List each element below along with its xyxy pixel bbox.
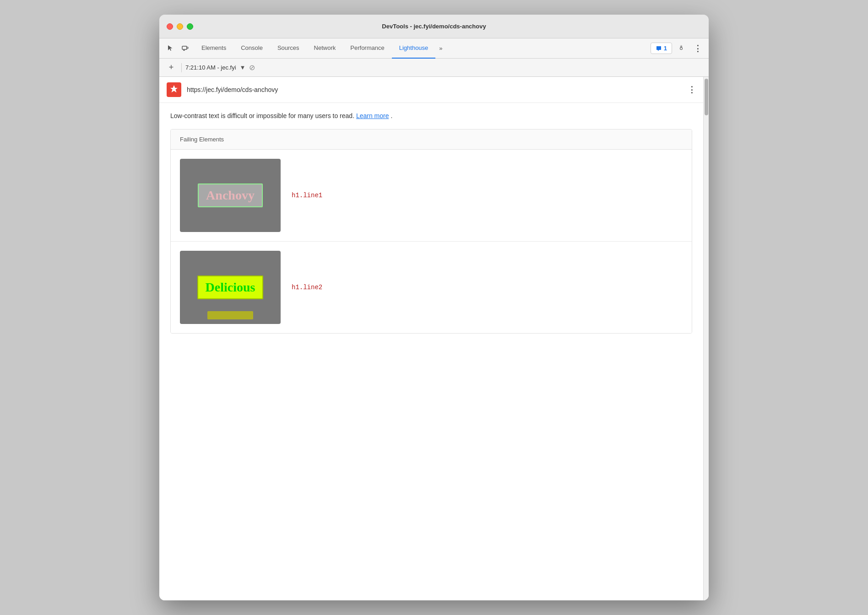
tab-lighthouse[interactable]: Lighthouse	[392, 38, 436, 59]
table-row: Anchovy h1.line1	[171, 150, 692, 242]
anchovy-text: Anchovy	[206, 188, 255, 202]
element-thumbnail-1: Anchovy	[180, 159, 281, 232]
tab-elements[interactable]: Elements	[194, 38, 233, 59]
tab-bar: Elements Console Sources Network Perform…	[159, 38, 709, 59]
scrollbar-thumb[interactable]	[705, 79, 708, 115]
more-options-icon-button[interactable]: ⋮	[690, 41, 705, 56]
devtools-window: DevTools - jec.fyi/demo/cds-anchovy Elem…	[159, 15, 709, 600]
traffic-lights	[167, 23, 193, 30]
tab-performance[interactable]: Performance	[343, 38, 391, 59]
separator	[181, 63, 182, 72]
tab-bar-right: 1 ⋮	[651, 41, 705, 56]
dropdown-icon[interactable]: ▼	[240, 64, 246, 71]
delicious-box: Delicious	[197, 275, 264, 299]
minimize-button[interactable]	[177, 23, 183, 30]
main-content: https://jec.fyi/demo/cds-anchovy ⋮ Low-c…	[159, 77, 709, 600]
tab-console[interactable]: Console	[233, 38, 270, 59]
secondary-bar: + 7:21:10 AM - jec.fyi ▼ ⊘	[159, 59, 709, 77]
delicious-text: Delicious	[206, 280, 255, 294]
element-selector-2[interactable]: h1.line2	[292, 284, 322, 291]
element-thumbnail-2: Delicious	[180, 251, 281, 324]
maximize-button[interactable]	[187, 23, 193, 30]
window-title: DevTools - jec.fyi/demo/cds-anchovy	[382, 23, 486, 30]
failing-elements-header: Failing Elements	[171, 129, 692, 150]
timestamp-url: 7:21:10 AM - jec.fyi	[185, 64, 236, 71]
table-row: Delicious h1.line2	[171, 242, 692, 333]
tab-sources[interactable]: Sources	[270, 38, 307, 59]
anchovy-box: Anchovy	[198, 183, 263, 207]
url-display: 7:21:10 AM - jec.fyi ▼	[185, 64, 245, 71]
svg-rect-0	[182, 46, 187, 49]
close-button[interactable]	[167, 23, 173, 30]
add-tab-button[interactable]: +	[165, 61, 178, 74]
more-options-icon[interactable]: ⋮	[688, 85, 696, 95]
device-toggle-icon-button[interactable]	[178, 41, 192, 56]
lighthouse-icon	[167, 82, 181, 97]
svg-rect-1	[187, 47, 188, 49]
scrollbar-track[interactable]	[703, 77, 709, 600]
settings-icon-button[interactable]	[674, 41, 689, 56]
tabs-list: Elements Console Sources Network Perform…	[194, 38, 435, 58]
page-url: https://jec.fyi/demo/cds-anchovy	[187, 86, 682, 93]
no-entry-icon: ⊘	[249, 63, 255, 72]
warning-text: Low-contrast text is difficult or imposs…	[159, 103, 703, 129]
element-selector-1[interactable]: h1.line1	[292, 192, 322, 199]
more-tabs-button[interactable]: »	[435, 38, 446, 59]
sub-element	[207, 311, 253, 319]
chat-button[interactable]: 1	[651, 43, 672, 54]
failing-elements-container: Failing Elements Anchovy h1.line1 Delici…	[170, 129, 692, 334]
cursor-icon-button[interactable]	[163, 41, 178, 56]
title-bar: DevTools - jec.fyi/demo/cds-anchovy	[159, 15, 709, 38]
learn-more-link[interactable]: Learn more	[356, 112, 389, 119]
tab-network[interactable]: Network	[307, 38, 343, 59]
content-area: https://jec.fyi/demo/cds-anchovy ⋮ Low-c…	[159, 77, 703, 600]
lighthouse-header: https://jec.fyi/demo/cds-anchovy ⋮	[159, 77, 703, 103]
